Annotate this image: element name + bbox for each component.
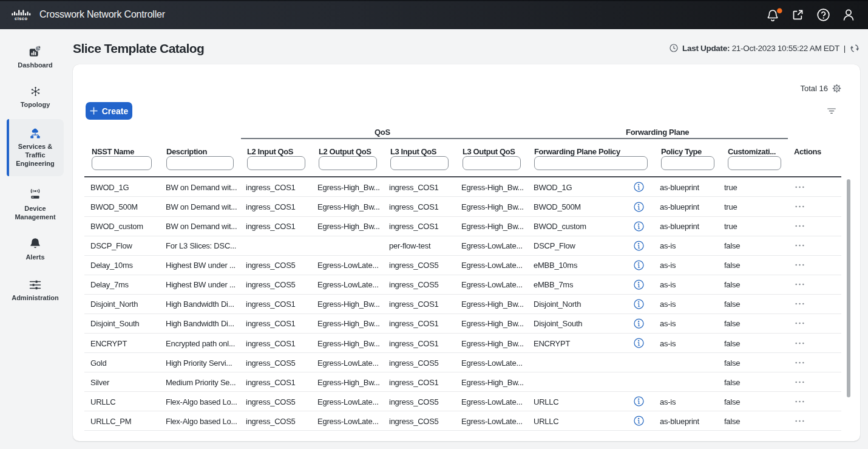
- svg-text:cisco: cisco: [15, 16, 27, 20]
